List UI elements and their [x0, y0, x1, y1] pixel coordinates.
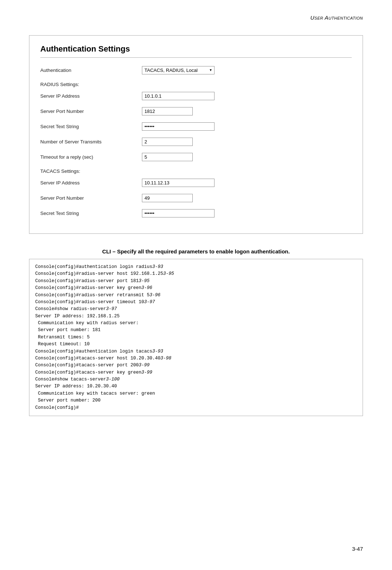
- cli-line-4: Console(config)#radius-server key green: [35, 285, 142, 290]
- cli-code-block: Console(config)#authentication login rad…: [29, 259, 363, 416]
- tacacs-port-row: Server Port Number: [40, 192, 352, 204]
- cli-ref-2: 3-95: [163, 271, 174, 276]
- radius-port-input[interactable]: [142, 107, 193, 115]
- cli-ref-1: 3-93: [152, 264, 163, 269]
- radius-server-ip-input[interactable]: [142, 92, 215, 100]
- authentication-row: Authentication TACACS, RADIUS, Local Loc…: [40, 64, 352, 76]
- page-header: User Authentication: [0, 0, 392, 28]
- main-content: Authentication Settings Authentication T…: [0, 28, 392, 431]
- authentication-select[interactable]: TACACS, RADIUS, Local Local RADIUS TACAC…: [142, 66, 215, 74]
- cli-ref-11: 3-99: [139, 363, 150, 368]
- radius-timeout-input[interactable]: [142, 153, 193, 161]
- cli-line-7: Console#show radius-server: [35, 306, 106, 312]
- tacacs-secret-input[interactable]: [142, 209, 215, 217]
- cli-line-3: Console(config)#radius-server port 181: [35, 278, 139, 284]
- radius-secret-input[interactable]: [142, 122, 215, 131]
- radius-timeout-label: Timeout for a reply (sec): [40, 154, 142, 160]
- auth-settings-title: Authentication Settings: [40, 44, 352, 58]
- tacacs-port-label: Server Port Number: [40, 195, 142, 201]
- cli-line-9: Console(config)#authentication login tac…: [35, 349, 152, 354]
- cli-line-1: Console(config)#authentication login rad…: [35, 264, 152, 269]
- cli-ref-4: 3-96: [142, 285, 152, 290]
- radius-transmits-row: Number of Server Transmits: [40, 136, 352, 147]
- cli-line-5: Console(config)#radius-server retransmit…: [35, 293, 150, 298]
- radius-secret-label: Secret Text String: [40, 124, 142, 129]
- cli-ref-6: 3-97: [144, 300, 155, 305]
- tacacs-server-ip-label: Server IP Address: [40, 180, 142, 186]
- radius-timeout-row: Timeout for a reply (sec): [40, 151, 352, 163]
- cli-line-6: Console(config)#radius-server timeout 10: [35, 300, 144, 305]
- cli-line-14: Server IP address: 10.20.30.40 Communica…: [35, 384, 155, 410]
- tacacs-secret-row: Secret Text String: [40, 207, 352, 219]
- radius-server-ip-row: Server IP Address: [40, 90, 352, 102]
- cli-line-8: Server IP address: 192.168.1.25 Communic…: [35, 314, 139, 347]
- cli-ref-12: 3-99: [142, 370, 152, 375]
- cli-line-13: Console#show tacacs-server: [35, 377, 106, 382]
- tacacs-server-ip-row: Server IP Address: [40, 177, 352, 188]
- cli-ref-7: 3-97: [106, 306, 117, 312]
- tacacs-secret-label: Secret Text String: [40, 211, 142, 216]
- authentication-select-wrapper[interactable]: TACACS, RADIUS, Local Local RADIUS TACAC…: [142, 66, 215, 74]
- radius-transmits-label: Number of Server Transmits: [40, 139, 142, 144]
- auth-settings-box: Authentication Settings Authentication T…: [29, 35, 363, 234]
- radius-heading: RADIUS Settings:: [40, 82, 352, 87]
- cli-ref-13: 3-100: [106, 377, 120, 382]
- radius-port-label: Server Port Number: [40, 109, 142, 114]
- cli-ref-5: 3-96: [150, 293, 160, 298]
- cli-line-12: Console(config)#tacacs-server key green: [35, 370, 142, 375]
- cli-ref-3: 3-95: [139, 278, 150, 284]
- tacacs-server-ip-input[interactable]: [142, 179, 215, 187]
- cli-ref-10: 3-98: [160, 356, 171, 361]
- tacacs-heading: TACACS Settings:: [40, 168, 352, 174]
- cli-ref-9: 3-93: [152, 349, 163, 354]
- radius-server-ip-label: Server IP Address: [40, 93, 142, 99]
- authentication-label: Authentication: [40, 68, 142, 73]
- tacacs-port-input[interactable]: [142, 194, 193, 202]
- radius-port-row: Server Port Number: [40, 105, 352, 117]
- cli-line-2: Console(config)#radius-server host 192.1…: [35, 271, 163, 276]
- cli-line-11: Console(config)#tacacs-server port 200: [35, 363, 139, 368]
- radius-transmits-input[interactable]: [142, 138, 193, 146]
- page-number: 3-47: [352, 546, 363, 552]
- radius-secret-row: Secret Text String: [40, 121, 352, 132]
- cli-line-10: Console(config)#tacacs-server host 10.20…: [35, 356, 160, 361]
- header-title: User Authentication: [310, 15, 363, 21]
- cli-heading: CLI – Specify all the required parameter…: [29, 248, 363, 255]
